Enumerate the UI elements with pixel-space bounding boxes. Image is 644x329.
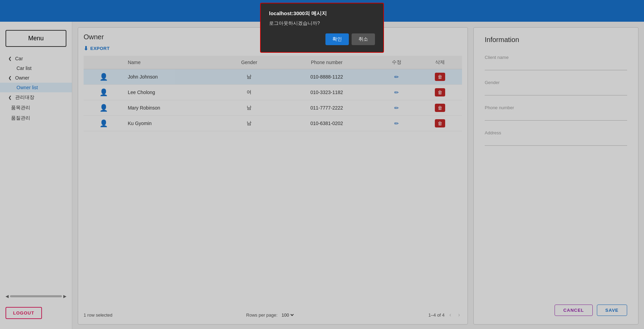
dialog-actions: 확인 취소 [269,33,375,45]
dialog-confirm-button[interactable]: 확인 [325,33,349,45]
dialog-title: localhost:3000의 메시지 [269,10,375,17]
dialog-cancel-button[interactable]: 취소 [352,33,375,45]
dialog-box: localhost:3000의 메시지 로그아웃하시겠습니까? 확인 취소 [260,3,384,53]
dialog-overlay: localhost:3000의 메시지 로그아웃하시겠습니까? 확인 취소 [0,0,644,329]
dialog-message: 로그아웃하시겠습니까? [269,20,375,27]
